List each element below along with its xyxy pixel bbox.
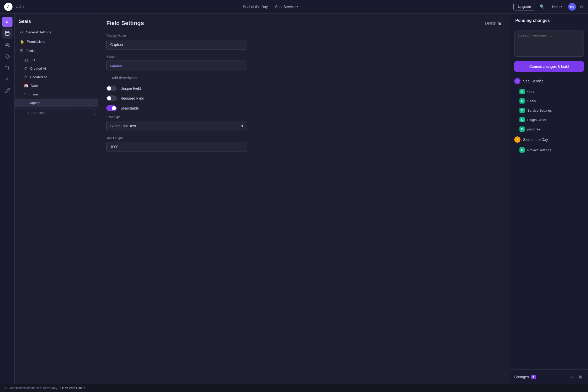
content-sidebar: Seals ⚙ General Settings 🔒 Permissions ☰… [15,14,98,384]
git-icon [5,65,10,70]
change-icon-seals: C [519,98,525,104]
lock-icon: 🔒 [20,39,24,44]
data-type-select[interactable]: Single Line Text ▾ [106,121,247,131]
commit-message-input[interactable] [514,31,584,57]
rocket-icon [5,88,10,93]
required-field-label: Required Field [120,96,144,100]
gear-icon: ⚙ [20,30,23,34]
repo-path: amplication-devrel/seal-of-the-day [10,386,57,390]
name-group: Name [106,55,501,70]
sidebar-title: Seals [15,14,98,27]
sync-icon: ⇌ [571,375,574,379]
commit-button[interactable]: Commit changes & build [514,61,584,72]
sidebar-fields-section: ☰ Fields [15,46,98,55]
logout-icon: ⎋ [580,4,583,9]
data-type-group: Data Type Single Line Text ▾ [106,115,501,131]
topnav: A v1.6.1 Seal of the Day Seal Service ▾ … [0,0,588,14]
sidebar-item-permissions[interactable]: 🔒 Permissions [15,37,98,46]
plus-icon: ＋ [106,76,110,80]
add-description-button[interactable]: ＋ Add description [106,76,501,80]
topnav-center: Seal of the Day Seal Service ▾ [239,3,301,10]
open-with-github-link[interactable]: Open With Github [60,386,85,390]
seal-service-name: Seal Service [523,79,544,83]
svg-point-0 [5,31,9,33]
change-icon-user: C [519,89,525,94]
text-icon: T [24,92,26,96]
plus-icon: + [27,111,29,115]
display-name-label: Display Name [106,34,501,38]
help-dropdown[interactable]: Help ▾ [549,3,565,10]
toggle-dot [112,106,116,110]
app-logo[interactable]: A [4,3,13,11]
search-button[interactable]: 🔍 [538,3,546,10]
sidebar-field-image[interactable]: T Image [15,90,98,99]
icon-sidebar: S [0,14,15,384]
display-name-input[interactable] [106,40,247,50]
toggle-dot [107,86,111,91]
searchable-toggle[interactable] [106,105,117,111]
toggle-dot [107,96,111,100]
logout-button[interactable]: ⎋ [579,3,584,10]
pending-item-postgres: C postgres [510,124,588,134]
pending-item-seals: C Seals [510,96,588,106]
max-length-input[interactable] [106,142,247,152]
id-icon: ID [24,58,29,62]
nav-seal-of-the-day[interactable]: Seal of the Day [239,3,272,10]
max-length-label: Max Length [106,136,501,140]
required-field-row: Required Field [106,95,501,101]
change-icon-project-settings: C [519,147,525,153]
main-layout: S [0,14,588,384]
toggle-track [106,86,117,91]
diamond-icon [5,54,10,59]
unique-field-toggle[interactable] [106,86,117,91]
seal-service-icon: ✕ [514,78,520,84]
sidebar-item-general-settings[interactable]: ⚙ General Settings [15,27,98,37]
sidebar-icon-avatar[interactable]: S [2,17,13,27]
delete-button[interactable]: Delete 🗑 [485,21,501,25]
upgrade-button[interactable]: Upgrade [513,3,535,10]
pending-item-project-settings: C Project Settings [510,145,588,155]
pending-changes-title: Pending changes [510,14,588,27]
searchable-row: Searchable [106,105,501,111]
settings-icon [5,77,10,82]
name-input[interactable] [106,61,247,70]
clock-icon: ⏱ [24,67,27,70]
database-icon [5,31,10,36]
seal-of-the-day-name: Seal of the Day [523,137,548,142]
text-icon: T [24,101,26,105]
name-label: Name [106,55,501,58]
unique-field-label: Unique Field [120,86,141,91]
sync-button[interactable]: ⇌ [570,373,575,380]
sidebar-icon-settings[interactable] [2,74,13,85]
pending-item-service-settings: C Service Settings [510,106,588,115]
sidebar-icon-database[interactable] [2,28,13,39]
trash-icon: 🗑 [579,375,583,379]
sidebar-field-date[interactable]: 📅 Date [15,81,98,90]
trash-icon: 🗑 [498,21,501,25]
field-settings-title: Field Settings [106,20,144,27]
user-avatar[interactable]: MS [568,3,576,11]
discard-button[interactable]: 🗑 [578,373,584,380]
sidebar-field-caption[interactable]: T Caption [15,99,98,107]
required-field-toggle[interactable] [106,95,117,101]
search-icon: 🔍 [540,4,545,9]
sidebar-icon-git[interactable] [2,63,13,73]
sidebar-icon-diamond[interactable] [2,51,13,62]
change-icon-postgres: C [519,126,525,132]
svg-marker-2 [5,54,9,59]
main-content: Field Settings Delete 🗑 Display Name Nam… [98,14,510,384]
sidebar-field-id[interactable]: ID ID [15,55,98,64]
sidebar-icon-users[interactable] [2,40,13,50]
chevron-down-icon: ▾ [561,5,562,8]
max-length-group: Max Length [106,136,501,152]
svg-point-4 [5,66,7,67]
pending-item-user: C User [510,87,588,96]
seal-of-the-day-header: ● Seal of the Day [510,134,588,145]
sidebar-icon-rocket[interactable] [2,86,13,96]
nav-seal-service[interactable]: Seal Service ▾ [272,3,301,10]
sidebar-field-created-at[interactable]: ⏱ Created At [15,64,98,73]
sidebar-field-updated-at[interactable]: ⏱ Updated At [15,73,98,81]
add-field-button[interactable]: + Add field [18,108,95,117]
unique-field-row: Unique Field [106,86,501,91]
changes-count: 6 [531,375,536,379]
